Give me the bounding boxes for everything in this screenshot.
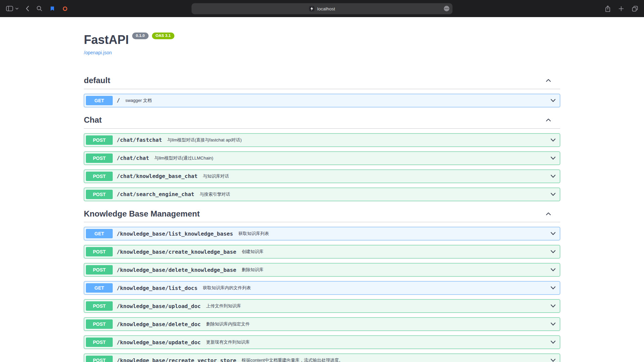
operation-path: / [117, 97, 120, 104]
chevron-down-icon[interactable] [550, 250, 556, 254]
operation-description: 创建知识库 [241, 249, 263, 255]
sidebar-toggle-icon[interactable] [6, 6, 13, 11]
address-bar[interactable]: localhost [192, 3, 452, 14]
operation-path: /chat/search_engine_chat [117, 191, 194, 197]
operation-row[interactable]: POST /chat/knowledge_base_chat 与知识库对话 [84, 170, 560, 183]
operation-description: 与llm模型对话(通过LLMChain) [154, 155, 213, 161]
section-title: default [84, 76, 110, 85]
method-badge: GET [86, 229, 113, 238]
section-header[interactable]: Chat [84, 112, 560, 129]
chevron-down-icon[interactable] [550, 156, 556, 160]
chevron-down-icon[interactable] [550, 232, 556, 236]
operation-row[interactable]: POST /chat/chat 与llm模型对话(通过LLMChain) [84, 152, 560, 165]
page-title: FastAPI 0.1.0 OAS 3.1 [84, 34, 560, 46]
operation-row[interactable]: POST /knowledge_base/update_doc 更新现有文件到知… [84, 336, 560, 349]
url-text: localhost [317, 6, 335, 11]
method-badge: POST [86, 265, 113, 275]
operation-path: /knowledge_base/list_docs [117, 285, 198, 291]
tab-overview-icon[interactable] [632, 6, 638, 12]
section-header[interactable]: Knowledge Base Management [84, 206, 560, 223]
chevron-up-icon[interactable] [546, 212, 551, 216]
operation-description: 与搜索引擎对话 [200, 191, 230, 197]
share-icon[interactable] [605, 5, 610, 12]
chevron-down-icon[interactable] [550, 358, 556, 362]
operation-description: 删除知识库 [241, 267, 263, 273]
operation-row[interactable]: POST /chat/search_engine_chat 与搜索引擎对话 [84, 188, 560, 201]
operation-description: 上传文件到知识库 [206, 303, 241, 309]
new-tab-icon[interactable] [619, 6, 624, 11]
operations-list: GET / swagger 文档 [84, 94, 560, 107]
operation-description: 根据content中文档重建向量库，流式输出处理进度。 [241, 357, 343, 362]
search-icon[interactable] [37, 6, 42, 11]
method-badge: POST [86, 319, 113, 329]
method-badge: POST [86, 135, 113, 145]
chevron-down-icon[interactable] [550, 286, 556, 290]
api-title-text: FastAPI [84, 34, 129, 46]
operation-description: 删除知识库内指定文件 [206, 321, 250, 327]
section-header[interactable]: default [84, 72, 560, 89]
operation-path: /chat/chat [117, 155, 149, 161]
api-tag-section: default GET / swagger 文档 [84, 72, 560, 107]
operation-path: /chat/fastchat [117, 137, 162, 143]
operation-description: 与llm模型对话(直接与fastchat api对话) [167, 137, 242, 143]
operation-row[interactable]: POST /knowledge_base/recreate_vector_sto… [84, 354, 560, 362]
oas-badge: OAS 3.1 [152, 33, 175, 39]
extension-orange-icon[interactable] [62, 6, 68, 11]
operation-path: /knowledge_base/delete_knowledge_base [117, 267, 236, 273]
api-info: FastAPI 0.1.0 OAS 3.1 /openapi.json [84, 34, 560, 56]
section-title: Knowledge Base Management [84, 209, 200, 219]
operation-row[interactable]: POST /knowledge_base/delete_knowledge_ba… [84, 263, 560, 277]
method-badge: GET [86, 283, 113, 293]
api-tag-section: Knowledge Base Management GET /knowledge… [84, 206, 560, 362]
back-icon[interactable] [26, 6, 29, 11]
method-badge: GET [86, 96, 113, 105]
method-badge: POST [86, 338, 113, 347]
operation-description: 与知识库对话 [203, 173, 229, 179]
operation-row[interactable]: POST /knowledge_base/upload_doc 上传文件到知识库 [84, 299, 560, 313]
chevron-down-icon[interactable] [550, 268, 556, 272]
operations-list: POST /chat/fastchat 与llm模型对话(直接与fastchat… [84, 133, 560, 201]
browser-toolbar: localhost [0, 0, 644, 17]
method-badge: POST [86, 154, 113, 163]
operation-path: /knowledge_base/list_knowledge_bases [117, 231, 233, 237]
operation-row[interactable]: GET /knowledge_base/list_knowledge_bases… [84, 227, 560, 240]
extension-blue-icon[interactable] [50, 6, 55, 11]
operation-row[interactable]: POST /knowledge_base/create_knowledge_ba… [84, 245, 560, 258]
chevron-down-icon[interactable] [550, 174, 556, 178]
operation-path: /knowledge_base/delete_doc [117, 321, 201, 327]
operation-row[interactable]: POST /chat/fastchat 与llm模型对话(直接与fastchat… [84, 133, 560, 147]
section-title: Chat [84, 115, 102, 125]
chevron-down-icon[interactable] [550, 340, 556, 344]
method-badge: POST [86, 172, 113, 181]
page-menu-icon[interactable] [443, 5, 450, 12]
api-tag-section: Chat POST /chat/fastchat 与llm模型对话(直接与fas… [84, 112, 560, 201]
chevron-down-icon[interactable] [550, 99, 556, 103]
operation-row[interactable]: GET / swagger 文档 [84, 94, 560, 107]
openapi-spec-link[interactable]: /openapi.json [84, 50, 112, 55]
chevron-up-icon[interactable] [546, 118, 551, 122]
method-badge: POST [86, 356, 113, 362]
chevron-up-icon[interactable] [546, 79, 551, 82]
operation-description: 获取知识库内的文件列表 [203, 285, 251, 291]
sections-container: default GET / swagger 文档 Chat [84, 72, 560, 362]
operation-row[interactable]: GET /knowledge_base/list_docs 获取知识库内的文件列… [84, 281, 560, 295]
operation-path: /knowledge_base/create_knowledge_base [117, 249, 236, 255]
operation-path: /knowledge_base/recreate_vector_store [117, 357, 236, 362]
chevron-down-icon[interactable] [550, 304, 556, 308]
operation-description: 更新现有文件到知识库 [206, 339, 250, 345]
chevron-down-icon[interactable] [15, 8, 18, 10]
chevron-down-icon[interactable] [550, 192, 556, 196]
operation-path: /knowledge_base/update_doc [117, 339, 201, 346]
method-badge: POST [86, 301, 113, 311]
operations-list: GET /knowledge_base/list_knowledge_bases… [84, 227, 560, 362]
chevron-down-icon[interactable] [550, 322, 556, 326]
site-favicon [309, 6, 315, 11]
method-badge: POST [86, 247, 113, 256]
swagger-page: FastAPI 0.1.0 OAS 3.1 /openapi.json defa… [84, 17, 560, 362]
version-badge: 0.1.0 [132, 33, 149, 39]
operation-description: swagger 文档 [125, 98, 152, 104]
operation-row[interactable]: POST /knowledge_base/delete_doc 删除知识库内指定… [84, 317, 560, 331]
operation-description: 获取知识库列表 [238, 231, 269, 237]
operation-path: /knowledge_base/upload_doc [117, 303, 201, 309]
chevron-down-icon[interactable] [550, 138, 556, 142]
